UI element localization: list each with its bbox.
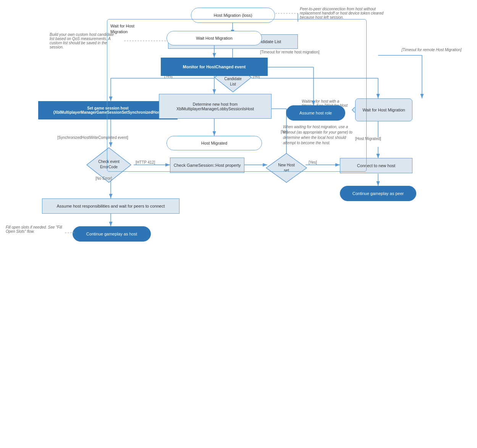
peer-peer-text: Peer-to-peer disconnection from host wit… bbox=[300, 7, 383, 19]
main-diagram: Host Migration (loss) Peer-to-peer disco… bbox=[0, 0, 477, 179]
determine-new-host-label: Determine new host from XblMultiplayerMa… bbox=[162, 102, 268, 111]
no-error-label: [No Error] bbox=[95, 176, 112, 180]
wait-migration-node2: Wait Host Migration bbox=[167, 31, 262, 45]
continue-peer-node: Continue gameplay as peer bbox=[340, 186, 416, 201]
continue-host-label: Continue gameplay as host bbox=[86, 232, 137, 236]
host-migrated-label: Host Migrated bbox=[201, 141, 227, 145]
continue-peer-label: Continue gameplay as peer bbox=[352, 191, 404, 196]
timeout-label: [Timeout for remote Host Migration] bbox=[401, 48, 462, 52]
fill-open-annotation: Fill open slots if needed. See "Fill Ope… bbox=[6, 225, 65, 234]
fill-open-text: Fill open slots if needed. See "Fill Ope… bbox=[6, 225, 62, 234]
assume-host-node: Assume host responsibilities and wait fo… bbox=[42, 198, 179, 214]
wait-migration-label2: Wait Host Migration bbox=[196, 36, 233, 40]
monitor-host-node: Monitor for HostChanged event bbox=[161, 58, 268, 76]
host-migration-label: Host Migration (loss) bbox=[214, 13, 252, 18]
continue-host-node: Continue gameplay as host bbox=[73, 226, 151, 242]
peer-peer-annotation: Peer-to-peer disconnection from host wit… bbox=[300, 7, 388, 19]
wait-host-migration-label: Wait for Host Migration bbox=[362, 108, 405, 112]
assume-host-role-node: Assume host role bbox=[286, 105, 345, 121]
assume-host-role-label: Assume host role bbox=[299, 111, 332, 115]
timeout-label2: [Timeout for remote host migration] bbox=[260, 50, 333, 54]
assume-host-label: Assume host responsibilities and wait fo… bbox=[57, 204, 165, 208]
monitor-host-label: Monitor for HostChanged event bbox=[183, 64, 246, 69]
waiting-text2: When waiting for host migration, use a t… bbox=[283, 125, 352, 145]
second-diagram-container: Wait for Host Migration Wait Host Migrat… bbox=[107, 19, 367, 172]
determine-new-host-node: Determine new host from XblMultiplayerMa… bbox=[159, 94, 272, 119]
build-custom-text: Build your own custom host candidate lis… bbox=[50, 32, 114, 49]
host-migrated-node: Host Migrated bbox=[167, 136, 262, 150]
second-diagram-label: Wait for Host Migration bbox=[110, 23, 139, 35]
waiting-annotation2: When waiting for host migration, use a t… bbox=[283, 124, 354, 146]
